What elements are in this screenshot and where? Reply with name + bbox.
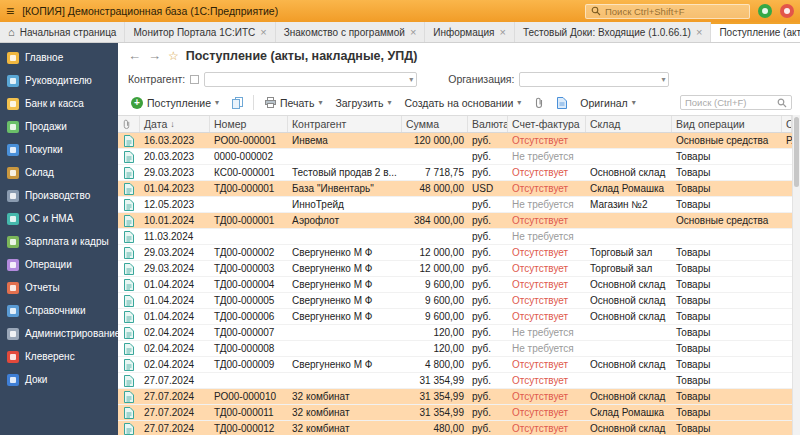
column-header[interactable]: Номер: [210, 116, 288, 132]
attachment-column-header[interactable]: [118, 116, 140, 132]
table-row[interactable]: 01.04.2023 ТД00-000001 База "Инвентарь" …: [118, 181, 792, 197]
cell-sum: 31 354,99: [402, 389, 468, 404]
column-header[interactable]: Дата↓: [140, 116, 210, 132]
table-row[interactable]: 27.07.2024 31 354,99 руб. Отсутствует То…: [118, 373, 792, 389]
column-header[interactable]: Сумма: [402, 116, 468, 132]
sidebar-item[interactable]: Клеверенс: [0, 345, 118, 368]
table-row[interactable]: 27.07.2024 ТД00-000011 32 комбинат 31 35…: [118, 405, 792, 421]
counterparty-filter-checkbox[interactable]: [190, 75, 199, 84]
sidebar-item[interactable]: Банк и касса: [0, 92, 118, 115]
table-row[interactable]: 02.04.2024 ТД00-000009 Свергуненко М Ф 4…: [118, 357, 792, 373]
counterparty-filter-input[interactable]: ▾: [204, 72, 417, 87]
print-button[interactable]: Печать ▾: [260, 95, 327, 111]
table-row[interactable]: 02.04.2024 ТД00-000007 120,00 руб. Не тр…: [118, 325, 792, 341]
cell-operation-type: Товары: [672, 197, 782, 212]
sidebar-item[interactable]: Продажи: [0, 115, 118, 138]
sidebar-item[interactable]: Главное: [0, 46, 118, 69]
cell-number: [210, 229, 288, 244]
cell-organization: [782, 261, 792, 276]
tab[interactable]: Тестовый Доки: Входящие (1.0.66.1) ×: [515, 22, 711, 42]
table-row[interactable]: 16.03.2023 РО00-000001 Инвема 120 000,00…: [118, 133, 792, 149]
cell-invoice-status: Отсутствует: [508, 245, 586, 260]
sidebar-item[interactable]: Операции: [0, 253, 118, 276]
table-row[interactable]: 10.01.2024 ТД00-000001 Аэрофлот 384 000,…: [118, 213, 792, 229]
sidebar-item[interactable]: Справочники: [0, 299, 118, 322]
cell-warehouse: Склад Ромашка: [586, 405, 672, 420]
cell-warehouse: Торговый зал: [586, 245, 672, 260]
sidebar-item[interactable]: Руководителю: [0, 69, 118, 92]
table-row[interactable]: 29.03.2024 ТД00-000003 Свергуненко М Ф 1…: [118, 261, 792, 277]
sidebar-item[interactable]: Производство: [0, 184, 118, 207]
tab[interactable]: Знакомство с программой ×: [276, 22, 426, 42]
column-header[interactable]: Счет-фактура: [508, 116, 586, 132]
sidebar-item[interactable]: Склад: [0, 161, 118, 184]
column-header[interactable]: Валюта: [468, 116, 508, 132]
discussions-icon[interactable]: [758, 4, 772, 18]
cell-sum: 120 000,00: [402, 133, 468, 148]
create-receipt-button[interactable]: + Поступление ▾: [126, 95, 224, 111]
chevron-down-icon: ▾: [517, 98, 521, 107]
column-header[interactable]: Контрагент: [288, 116, 402, 132]
sidebar-item[interactable]: Отчеты: [0, 276, 118, 299]
sidebar-item[interactable]: Администрирование: [0, 322, 118, 345]
scrollbar-thumb[interactable]: [794, 117, 799, 187]
forward-button[interactable]: →: [148, 48, 161, 63]
hamburger-menu-icon[interactable]: ≡: [6, 0, 14, 22]
favorite-star-icon[interactable]: ☆: [168, 49, 179, 63]
copy-document-button[interactable]: [227, 94, 247, 112]
load-button[interactable]: Загрузить ▾: [330, 95, 396, 111]
cell-sum: 12 000,00: [402, 261, 468, 276]
edo-button[interactable]: [552, 94, 572, 112]
cell-number: ТД00-000007: [210, 325, 288, 340]
cell-number: ТД00-000002: [210, 245, 288, 260]
sidebar-item[interactable]: Покупки: [0, 138, 118, 161]
table-row[interactable]: 01.04.2024 ТД00-000005 Свергуненко М Ф 9…: [118, 293, 792, 309]
cell-sum: 120,00: [402, 341, 468, 356]
plus-icon: +: [131, 97, 143, 109]
section-icon: [7, 236, 19, 248]
sidebar-item[interactable]: Зарплата и кадры: [0, 230, 118, 253]
create-based-on-button[interactable]: Создать на основании ▾: [399, 95, 526, 111]
table-row[interactable]: 12.05.2023 ИнноТрейд руб. Не требуется М…: [118, 197, 792, 213]
sidebar-item[interactable]: Доки: [0, 368, 118, 391]
table-row[interactable]: 01.04.2024 ТД00-000006 Свергуненко М Ф 9…: [118, 309, 792, 325]
tab[interactable]: ⌂ Начальная страница: [0, 22, 125, 42]
cell-date: 27.07.2024: [140, 373, 210, 388]
back-button[interactable]: ←: [128, 48, 141, 63]
notifications-icon[interactable]: [780, 4, 794, 18]
column-header[interactable]: О...: [782, 116, 792, 132]
cell-number: ТД00-000012: [210, 421, 288, 435]
tab-close-icon[interactable]: ×: [410, 26, 416, 38]
cell-counterparty: [288, 229, 402, 244]
cell-currency: руб.: [468, 373, 508, 388]
cell-date: 01.04.2023: [140, 181, 210, 196]
table-row[interactable]: 11.03.2024 руб. Не требуется: [118, 229, 792, 245]
cell-currency: USD: [468, 181, 508, 196]
global-search-input[interactable]: Поиск Ctrl+Shift+F: [585, 4, 750, 19]
tab-close-icon[interactable]: ×: [500, 26, 506, 38]
sidebar-item[interactable]: ОС и НМА: [0, 207, 118, 230]
column-header[interactable]: Вид операции: [672, 116, 782, 132]
vertical-scrollbar[interactable]: [792, 115, 800, 435]
tab-close-icon[interactable]: ×: [260, 26, 266, 38]
table-row[interactable]: 02.04.2024 ТД00-000008 120,00 руб. Не тр…: [118, 341, 792, 357]
list-search-input[interactable]: Поиск (Ctrl+F): [680, 95, 792, 110]
cell-number: ТД00-000006: [210, 309, 288, 324]
table-row[interactable]: 01.04.2024 ТД00-000004 Свергуненко М Ф 9…: [118, 277, 792, 293]
cell-invoice-status: Отсутствует: [508, 405, 586, 420]
table-row[interactable]: 27.07.2024 ТД00-000012 32 комбинат 480,0…: [118, 421, 792, 435]
table-row[interactable]: 29.03.2024 ТД00-000002 Свергуненко М Ф 1…: [118, 245, 792, 261]
organization-filter-input[interactable]: ▾: [519, 72, 669, 87]
table-row[interactable]: 20.03.2023 0000-000002 руб. Не требуется…: [118, 149, 792, 165]
table-row[interactable]: 29.03.2023 КС00-000001 Тестовый продав 2…: [118, 165, 792, 181]
attachments-button[interactable]: [529, 94, 549, 112]
table-row[interactable]: 27.07.2024 РО00-000010 32 комбинат 31 35…: [118, 389, 792, 405]
tab[interactable]: Монитор Портала 1С:ИТС ×: [125, 22, 275, 42]
tab[interactable]: Поступление (акты, накладные, УПД) ×: [711, 22, 800, 42]
home-icon: ⌂: [8, 26, 15, 38]
cell-counterparty: Свергуненко М Ф: [288, 357, 402, 372]
column-header[interactable]: Склад: [586, 116, 672, 132]
original-button[interactable]: Оригинал ▾: [575, 95, 640, 111]
tab-close-icon[interactable]: ×: [696, 26, 702, 38]
tab[interactable]: Информация ×: [425, 22, 515, 42]
